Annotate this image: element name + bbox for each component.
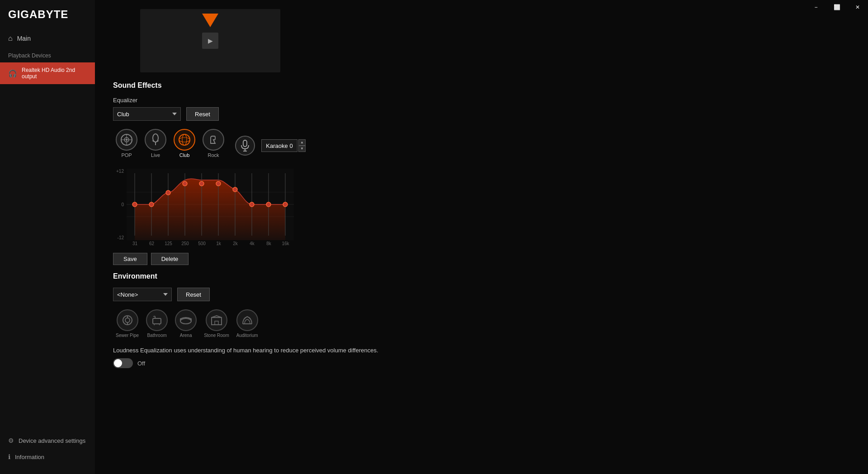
save-button[interactable]: Save (113, 253, 147, 265)
pop-icon (116, 129, 137, 151)
visualizer-triangle (202, 14, 218, 27)
sewer-pipe-icon (117, 309, 138, 331)
svg-point-7 (179, 134, 190, 145)
svg-point-27 (216, 181, 221, 186)
loudness-toggle-row: Off (113, 358, 850, 368)
info-icon: ℹ (8, 453, 10, 460)
eq-x-500: 500 (193, 241, 210, 250)
env-icon-bathroom[interactable]: Bathroom (143, 308, 170, 340)
eq-y-top: +12 (113, 169, 126, 174)
sewer-pipe-label: Sewer Pipe (116, 333, 139, 338)
headphone-icon: 🎧 (8, 69, 17, 78)
eq-x-250: 250 (177, 241, 193, 250)
eq-icon-club[interactable]: Club (171, 127, 198, 160)
sidebar-bottom: ⚙ Device advanced settings ℹ Information (0, 432, 95, 474)
eq-icon-pop[interactable]: POP (113, 127, 140, 160)
eq-x-labels: 31 62 125 250 500 1k 2k 4k 8k 16k (127, 241, 294, 250)
karaoke-spinner: ▲ ▼ (261, 139, 306, 152)
env-icon-auditorium[interactable]: Auditorium (234, 308, 261, 340)
svg-point-23 (183, 181, 187, 186)
eq-icon-rock[interactable]: Rock (200, 127, 227, 160)
svg-line-42 (154, 324, 155, 325)
delete-button[interactable]: Delete (151, 253, 189, 265)
microphone-icon (235, 136, 255, 156)
arena-icon (175, 309, 197, 331)
equalizer-reset-button[interactable]: Reset (186, 107, 219, 121)
eq-icon-live[interactable]: Live (142, 127, 169, 160)
environment-icon-row: Sewer Pipe Bathroom (113, 308, 850, 340)
svg-rect-48 (215, 321, 218, 325)
sound-effects-section: Sound Effects Equalizer Normal Pop Live … (95, 81, 868, 265)
svg-point-8 (182, 134, 187, 145)
eq-x-2k: 2k (227, 241, 244, 250)
sidebar-item-device-advanced[interactable]: ⚙ Device advanced settings (0, 432, 95, 449)
eq-main-area (127, 169, 294, 240)
minimize-button[interactable]: − (806, 0, 826, 14)
svg-point-19 (149, 202, 154, 207)
gear-icon: ⚙ (8, 437, 14, 444)
svg-line-43 (159, 324, 160, 325)
rock-label: Rock (208, 152, 219, 158)
svg-point-9 (179, 137, 190, 142)
live-icon (145, 129, 166, 151)
svg-point-37 (125, 318, 130, 322)
sidebar-item-main[interactable]: ⌂ Main (0, 30, 95, 47)
svg-point-33 (266, 202, 271, 207)
svg-point-35 (283, 202, 288, 207)
eq-y-labels: +12 0 -12 (113, 169, 126, 240)
environment-controls: <None> Sewer Pipe Bathroom Arena Stone R… (113, 288, 850, 301)
equalizer-preset-dropdown[interactable]: Normal Pop Live Club Rock Techno Custom (113, 107, 181, 121)
karaoke-down-button[interactable]: ▼ (298, 146, 306, 152)
auditorium-label: Auditorium (236, 333, 258, 338)
eq-y-mid: 0 (113, 202, 126, 207)
rock-icon (203, 129, 224, 151)
loudness-description: Loudness Equalization uses understanding… (113, 347, 850, 354)
sidebar-item-information[interactable]: ℹ Information (0, 449, 95, 465)
sound-effects-title: Sound Effects (113, 81, 850, 90)
eq-x-62: 62 (143, 241, 160, 250)
environment-reset-button[interactable]: Reset (177, 288, 210, 301)
stone-room-icon (206, 309, 227, 331)
sidebar-item-main-label: Main (17, 35, 31, 42)
club-icon (174, 129, 195, 151)
close-button[interactable]: ✕ (847, 0, 868, 14)
karaoke-up-button[interactable]: ▲ (298, 139, 306, 146)
loudness-toggle[interactable] (113, 358, 133, 368)
svg-point-25 (199, 181, 204, 186)
spinner-arrows: ▲ ▼ (298, 139, 306, 152)
stone-room-label: Stone Room (204, 333, 229, 338)
svg-rect-10 (243, 140, 247, 147)
sidebar: GIGABYTE ⌂ Main Playback Devices 🎧 Realt… (0, 0, 95, 474)
app-logo: GIGABYTE (0, 0, 95, 30)
karaoke-input[interactable] (261, 139, 297, 152)
env-icon-arena[interactable]: Arena (172, 308, 199, 340)
svg-point-5 (153, 134, 158, 142)
equalizer-graph: +12 0 -12 (113, 169, 294, 250)
eq-icon-row: POP Live (113, 127, 227, 160)
arena-label: Arena (180, 333, 192, 338)
equalizer-controls: Normal Pop Live Club Rock Techno Custom … (113, 107, 850, 121)
env-icon-sewer-pipe[interactable]: Sewer Pipe (113, 308, 142, 340)
playback-devices-label: Playback Devices (0, 49, 95, 62)
sidebar-device-label: Realtek HD Audio 2nd output (22, 67, 87, 80)
svg-point-44 (180, 318, 191, 324)
titlebar: − ⬜ ✕ (806, 0, 868, 14)
environment-preset-dropdown[interactable]: <None> Sewer Pipe Bathroom Arena Stone R… (113, 288, 172, 301)
bathroom-icon (146, 309, 168, 331)
club-label: Club (179, 152, 190, 158)
svg-point-29 (233, 187, 237, 192)
restore-button[interactable]: ⬜ (826, 0, 847, 14)
eq-x-31: 31 (127, 241, 143, 250)
auditorium-icon (236, 309, 258, 331)
env-icon-stone-room[interactable]: Stone Room (201, 308, 232, 340)
microphone-area (235, 136, 255, 156)
environment-title: Environment (113, 272, 850, 280)
home-icon: ⌂ (8, 34, 13, 43)
audio-visualizer: ▶ (140, 9, 280, 72)
play-button[interactable]: ▶ (202, 33, 218, 49)
main-content: ▶ Sound Effects Equalizer Normal Pop Liv… (95, 0, 868, 474)
eq-y-bot: -12 (113, 235, 126, 240)
sidebar-item-device[interactable]: 🎧 Realtek HD Audio 2nd output (0, 62, 95, 84)
toggle-knob (114, 359, 122, 367)
svg-point-21 (166, 190, 170, 195)
